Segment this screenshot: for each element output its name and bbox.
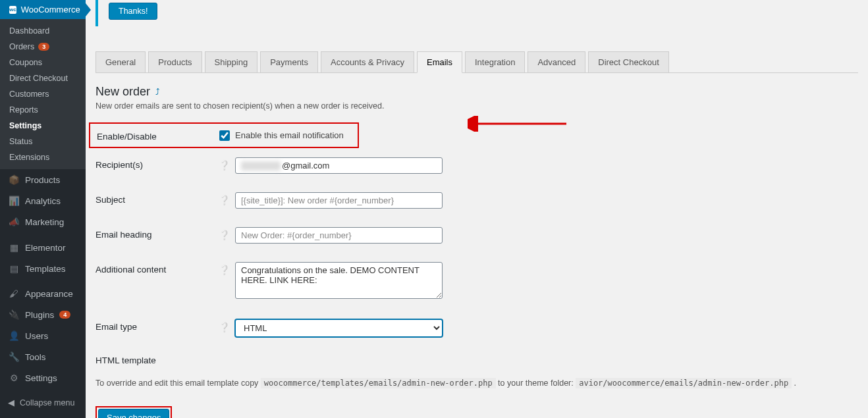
templates-icon: ▤ [8,263,20,274]
help-icon[interactable]: ❔ [218,319,230,332]
settings-tabs: General Products Shipping Payments Accou… [95,51,858,72]
appearance-icon: 🖌 [8,289,20,299]
email-type-select[interactable]: HTML [235,319,443,337]
collapse-icon: ◀ [8,398,14,407]
settings-icon: ⚙ [8,373,20,383]
back-link-icon[interactable]: ⤴ [155,87,160,97]
save-highlight-box: Save changes [95,406,172,418]
enable-disable-label: Enable/Disable [97,129,219,142]
marketing-icon: 📣 [8,217,20,227]
tab-payments[interactable]: Payments [260,51,318,72]
help-icon[interactable]: ❔ [218,192,230,205]
sidebar-item-settings[interactable]: Settings [0,118,86,134]
sidebar-item-elementor[interactable]: ▦Elementor [0,237,86,258]
tab-accounts-privacy[interactable]: Accounts & Privacy [321,51,414,72]
additional-label: Additional content [95,262,218,274]
save-changes-button[interactable]: Save changes [98,409,169,418]
recipients-input[interactable]: @gmail.com [235,157,443,174]
template-description: To override and edit this email template… [95,379,858,388]
tab-emails[interactable]: Emails [417,51,462,73]
sidebar-woocommerce[interactable]: wc WooCommerce [0,0,86,19]
redacted-text [241,161,281,170]
enable-checkbox[interactable] [219,130,230,141]
template-path-source: woocommerce/templates/emails/admin-new-o… [261,378,496,388]
collapse-menu[interactable]: ◀ Collapse menu [0,392,86,413]
sidebar-item-appearance[interactable]: 🖌Appearance [0,284,86,304]
subject-input[interactable] [235,192,443,209]
sidebar-item-direct-checkout[interactable]: Direct Checkout [0,70,86,86]
users-icon: 👤 [8,330,20,341]
template-title: HTML template [95,355,858,365]
tab-direct-checkout[interactable]: Direct Checkout [588,51,668,72]
enable-highlight-box: Enable/Disable Enable this email notific… [89,122,359,148]
sidebar-separator [0,232,86,237]
additional-content-textarea[interactable] [235,262,443,299]
sidebar-item-analytics[interactable]: 📊Analytics [0,190,86,211]
tools-icon: 🔧 [8,352,20,362]
tab-integration[interactable]: Integration [465,51,525,72]
products-icon: 📦 [8,174,20,185]
woocommerce-icon: wc [9,6,16,14]
recipients-label: Recipient(s) [95,157,218,170]
page-title: New order ⤴ [95,85,858,99]
sidebar-item-users[interactable]: 👤Users [0,325,86,346]
template-path-dest: avior/woocommerce/emails/admin-new-order… [576,378,792,388]
tab-general[interactable]: General [95,51,146,72]
sidebar-item-products[interactable]: 📦Products [0,169,86,190]
sidebar-item-extensions[interactable]: Extensions [0,149,86,165]
tab-shipping[interactable]: Shipping [205,51,258,72]
sidebar-item-wpsettings[interactable]: ⚙Settings [0,367,86,388]
analytics-icon: 📊 [8,196,20,206]
sidebar-item-plugins[interactable]: 🔌Plugins4 [0,304,86,325]
help-icon[interactable]: ❔ [218,227,230,240]
plugins-count-badge: 4 [59,311,70,319]
type-label: Email type [95,319,218,332]
sidebar-separator [0,279,86,284]
sidebar-label: WooCommerce [21,5,80,14]
admin-sidebar: wc WooCommerce Dashboard Orders3 Coupons… [0,0,86,418]
sidebar-item-marketing[interactable]: 📣Marketing [0,211,86,232]
tab-advanced[interactable]: Advanced [528,51,585,72]
sidebar-item-dashboard[interactable]: Dashboard [0,23,86,39]
page-description: New order emails are sent to chosen reci… [95,101,858,111]
recipients-suffix: @gmail.com [282,161,329,170]
orders-count-badge: 3 [38,43,49,51]
sidebar-item-reports[interactable]: Reports [0,102,86,118]
admin-main-menu: 📦Products 📊Analytics 📣Marketing ▦Element… [0,169,86,388]
notice-border [95,0,98,26]
sidebar-item-status[interactable]: Status [0,134,86,149]
enable-checkbox-text: Enable this email notification [235,130,344,140]
help-icon[interactable]: ❔ [218,262,230,275]
sidebar-item-templates[interactable]: ▤Templates [0,258,86,279]
sidebar-item-coupons[interactable]: Coupons [0,55,86,70]
woocommerce-submenu: Dashboard Orders3 Coupons Direct Checkou… [0,19,86,169]
thanks-button[interactable]: Thanks! [109,3,157,20]
annotation-arrow [468,116,566,134]
sidebar-item-orders[interactable]: Orders3 [0,39,86,55]
plugins-icon: 🔌 [8,309,20,320]
subject-label: Subject [95,192,218,205]
heading-input[interactable] [235,227,443,244]
help-icon[interactable]: ❔ [218,157,230,170]
sidebar-item-customers[interactable]: Customers [0,86,86,102]
heading-label: Email heading [95,227,218,240]
tab-products[interactable]: Products [148,51,202,72]
elementor-icon: ▦ [8,242,20,253]
main-content: Thanks! General Products Shipping Paymen… [86,0,868,418]
sidebar-item-tools[interactable]: 🔧Tools [0,346,86,367]
